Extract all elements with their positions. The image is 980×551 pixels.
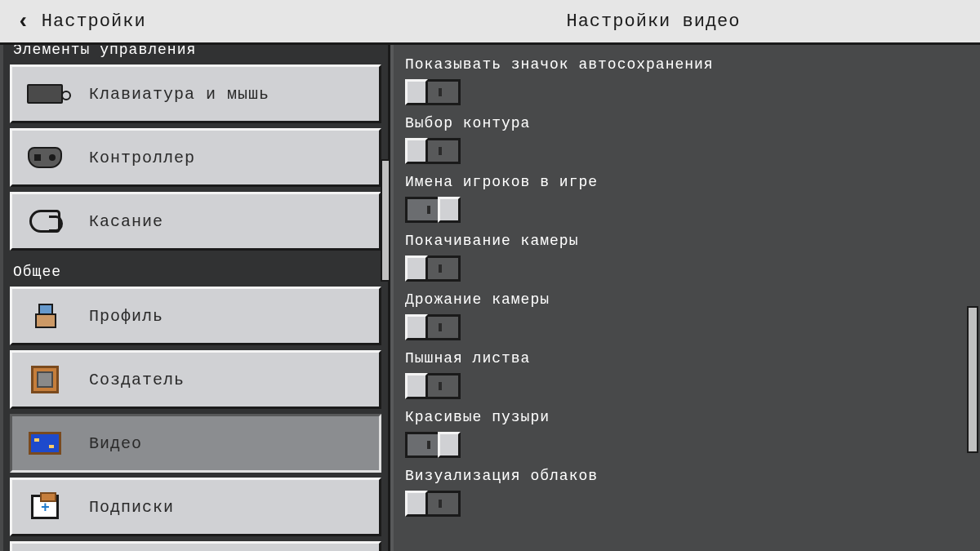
sidebar-item-controller[interactable]: Контроллер xyxy=(10,128,381,187)
sidebar-item-label: Контроллер xyxy=(89,149,195,167)
toggle[interactable] xyxy=(405,79,461,105)
sidebar-category-controls: Элементы управления xyxy=(10,45,388,64)
sidebar-scrollbar[interactable] xyxy=(381,159,390,282)
back-chevron-icon[interactable]: ‹ xyxy=(16,9,30,34)
toggle[interactable] xyxy=(405,491,461,517)
sidebar-item-profile[interactable]: Профиль xyxy=(10,287,381,345)
subscriptions-icon xyxy=(25,491,65,523)
sidebar-item-label: Создатель xyxy=(89,371,185,389)
back-label[interactable]: Настройки xyxy=(42,11,146,32)
option-row: Пышная листва xyxy=(405,340,965,399)
option-label: Имена игроков в игре xyxy=(405,174,965,190)
touch-icon xyxy=(25,205,65,238)
content-scrollbar[interactable] xyxy=(967,306,978,453)
sidebar-item-partial[interactable] xyxy=(10,541,381,551)
option-row: Красивые пузыри xyxy=(405,399,965,458)
content-panel: Показывать значок автосохраненияВыбор ко… xyxy=(390,45,980,551)
option-label: Показывать значок автосохранения xyxy=(405,56,965,73)
sidebar-item-touch[interactable]: Касание xyxy=(10,192,381,251)
toggle[interactable] xyxy=(405,432,461,458)
sidebar-item-video[interactable]: Видео xyxy=(10,414,381,473)
sidebar-item-label: Видео xyxy=(89,434,142,453)
toggle[interactable] xyxy=(405,197,461,223)
option-row: Покачивание камеры xyxy=(405,223,965,282)
option-label: Дрожание камеры xyxy=(405,291,965,308)
option-row: Выбор контура xyxy=(405,105,965,164)
sidebar-category-general: Общее xyxy=(10,256,388,287)
toggle[interactable] xyxy=(405,314,461,340)
option-row: Показывать значок автосохранения xyxy=(405,47,965,105)
sidebar-item-label: Подписки xyxy=(89,498,174,517)
keyboard-icon xyxy=(25,78,65,110)
profile-icon xyxy=(25,300,65,332)
option-label: Красивые пузыри xyxy=(405,409,965,425)
sidebar-item-label: Профиль xyxy=(89,307,163,326)
top-bar: ‹ Настройки Настройки видео xyxy=(0,0,980,45)
option-label: Пышная листва xyxy=(405,350,965,367)
option-row: Визуализация облаков xyxy=(405,458,965,517)
option-row: Имена игроков в игре xyxy=(405,164,965,223)
sidebar: Элементы управления Клавиатура и мышь Ко… xyxy=(0,45,390,551)
page-title: Настройки видео xyxy=(327,11,980,32)
sidebar-item-creator[interactable]: Создатель xyxy=(10,350,381,409)
toggle[interactable] xyxy=(405,256,461,282)
creator-icon xyxy=(25,363,65,396)
sidebar-item-label: Клавиатура и мышь xyxy=(89,85,270,104)
controller-icon xyxy=(25,141,65,174)
option-row: Дрожание камеры xyxy=(405,282,965,340)
video-icon xyxy=(25,427,65,460)
sidebar-item-label: Касание xyxy=(89,212,163,231)
option-label: Покачивание камеры xyxy=(405,233,965,249)
toggle[interactable] xyxy=(405,373,461,399)
sidebar-item-keyboard[interactable]: Клавиатура и мышь xyxy=(10,64,381,123)
option-label: Выбор контура xyxy=(405,115,965,131)
option-label: Визуализация облаков xyxy=(405,468,965,484)
toggle[interactable] xyxy=(405,138,461,164)
sidebar-item-subscriptions[interactable]: Подписки xyxy=(10,478,381,536)
